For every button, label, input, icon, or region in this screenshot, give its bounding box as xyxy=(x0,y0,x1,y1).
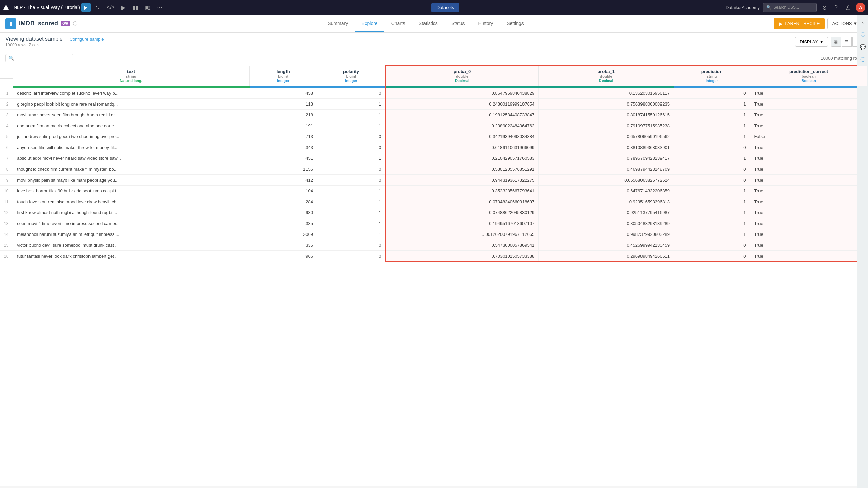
row-num: 11 xyxy=(0,196,13,207)
tab-charts[interactable]: Charts xyxy=(384,16,412,32)
cell-polarity: 0 xyxy=(317,88,386,99)
cell-proba1: 0.2969898494266611 xyxy=(539,251,674,262)
tab-settings[interactable]: Settings xyxy=(500,16,531,32)
user-avatar[interactable]: A xyxy=(856,3,865,12)
svg-marker-0 xyxy=(3,5,9,10)
tab-status[interactable]: Status xyxy=(445,16,472,32)
table-row[interactable]: 12 first know almost noth rugbi although… xyxy=(0,207,868,218)
row-num: 9 xyxy=(0,175,13,186)
cell-text: thought id check film current make film … xyxy=(13,164,250,175)
row-num: 15 xyxy=(0,240,13,251)
activity-icon[interactable]: ⎳ xyxy=(843,2,853,13)
cell-text: touch love stori reminisc mood love draw… xyxy=(13,196,250,207)
row-num: 3 xyxy=(0,110,13,120)
gpr-badge: G/R xyxy=(61,21,70,26)
help-icon[interactable]: ? xyxy=(832,2,841,13)
cell-text: movi physic pain sit mayb like mani peop… xyxy=(13,175,250,186)
cell-prediction: 0 xyxy=(674,251,750,262)
cell-proba0: 0.2089022484064762 xyxy=(386,120,538,131)
settings-icon[interactable]: ⛭ xyxy=(92,2,103,13)
dataset-name: IMDB_scored xyxy=(19,20,58,27)
table-row[interactable]: 15 victor buono devil sure somebodi must… xyxy=(0,240,868,251)
cell-proba1: 0.8050483298139289 xyxy=(539,218,674,229)
th-proba1: proba_1 double Decimal xyxy=(539,66,674,86)
cell-text: first know almost noth rugbi although fo… xyxy=(13,207,250,218)
list-view-icon[interactable]: ☰ xyxy=(842,37,852,47)
code-icon[interactable]: </> xyxy=(104,2,117,13)
table-row[interactable]: 6 anyon see film will notic maker threw … xyxy=(0,142,868,153)
table-row[interactable]: 9 movi physic pain sit mayb like mani pe… xyxy=(0,175,868,186)
toolbar-left: Viewing dataset sample Configure sample … xyxy=(5,36,795,48)
cell-prediction: 1 xyxy=(674,229,750,240)
cell-prediction-correct: True xyxy=(750,99,868,110)
table-row[interactable]: 7 absolut ador movi never heard saw vide… xyxy=(0,153,868,164)
cell-prediction: 1 xyxy=(674,110,750,120)
cell-polarity: 0 xyxy=(317,251,386,262)
more-icon[interactable]: ⋯ xyxy=(154,2,165,13)
row-num: 1 xyxy=(0,88,13,99)
table-row[interactable]: 4 one anim film animatrix collect one ni… xyxy=(0,120,868,131)
tab-statistics[interactable]: Statistics xyxy=(412,16,445,32)
grid-view-icon[interactable]: ▦ xyxy=(831,37,841,47)
cell-polarity: 1 xyxy=(317,99,386,110)
tab-explore[interactable]: Explore xyxy=(355,16,384,32)
cell-prediction: 1 xyxy=(674,196,750,207)
global-search[interactable]: 🔍 Search DSS... xyxy=(763,3,817,12)
row-num: 13 xyxy=(0,218,13,229)
cell-text: melancholi haruhi suzumiya anim left qui… xyxy=(13,229,250,240)
datasets-button[interactable]: Datasets xyxy=(431,3,459,12)
cell-polarity: 1 xyxy=(317,110,386,120)
cell-prediction: 1 xyxy=(674,131,750,142)
app-logo[interactable] xyxy=(3,4,9,11)
play-icon[interactable]: ▶ xyxy=(119,2,128,13)
data-table-container[interactable]: text string Natural lang. length bigint … xyxy=(0,65,868,486)
grid-icon[interactable]: ⊙ xyxy=(820,2,829,13)
tab-history[interactable]: History xyxy=(472,16,500,32)
cell-proba1: 0.6578060590196562 xyxy=(539,131,674,142)
cell-proba0: 0.19812584408733847 xyxy=(386,110,538,120)
cell-prediction-correct: True xyxy=(750,218,868,229)
table-row[interactable]: 11 touch love stori reminisc mood love d… xyxy=(0,196,868,207)
column-search[interactable]: 🔍 xyxy=(5,54,73,62)
table-row[interactable]: 8 thought id check film current make fil… xyxy=(0,164,868,175)
table-row[interactable]: 14 melancholi haruhi suzumiya anim left … xyxy=(0,229,868,240)
cell-prediction-correct: True xyxy=(750,120,868,131)
row-num: 12 xyxy=(0,207,13,218)
cell-prediction: 1 xyxy=(674,186,750,196)
sidebar-expand-icon[interactable]: ‹ xyxy=(858,18,868,27)
sidebar-circle-icon[interactable]: ◯ xyxy=(858,54,868,64)
dataset-icon: ▮ xyxy=(5,18,16,29)
sidebar-chat-icon[interactable]: 💬 xyxy=(858,42,868,52)
sidebar-info-icon[interactable]: ⓘ xyxy=(858,30,868,39)
search-icon: 🔍 xyxy=(766,5,771,10)
table-row[interactable]: 16 futur fantasi never look dark christo… xyxy=(0,251,868,262)
screen-icon[interactable]: ▩ xyxy=(142,2,153,13)
cell-proba0: 0.19495167018607107 xyxy=(386,218,538,229)
search-filter-input[interactable] xyxy=(16,56,70,61)
parent-recipe-button[interactable]: ▶ PARENT RECIPE xyxy=(774,18,825,29)
top-nav: NLP - The Visual Way (Tutorial) ▶ ⛭ </> … xyxy=(0,0,868,15)
table-row[interactable]: 5 juli andrew satir prod goodi two shoe … xyxy=(0,131,868,142)
nav-center: Datasets xyxy=(166,3,724,12)
cell-prediction: 0 xyxy=(674,142,750,153)
deploy-icon[interactable]: ▮▮ xyxy=(130,2,141,13)
th-rownum xyxy=(0,66,13,86)
tab-summary[interactable]: Summary xyxy=(321,16,355,32)
table-row[interactable]: 10 love best horror flick 90 br br edg s… xyxy=(0,186,868,196)
display-button[interactable]: DISPLAY ▼ xyxy=(795,37,828,47)
cell-text: describ larri interview complet suckhol … xyxy=(13,88,250,99)
header-row: text string Natural lang. length bigint … xyxy=(0,66,868,86)
info-circle-icon[interactable]: ⓘ xyxy=(73,21,77,27)
cell-prediction: 1 xyxy=(674,153,750,164)
table-row[interactable]: 13 seen movi 4 time everi time impress s… xyxy=(0,218,868,229)
matching-rows-count: 10000 matching rows xyxy=(821,56,863,61)
cell-prediction-correct: True xyxy=(750,251,868,262)
table-row[interactable]: 3 movi amaz never seen film brought hars… xyxy=(0,110,868,120)
pipeline-icon[interactable]: ▶ xyxy=(81,3,91,12)
nav-tabs: Summary Explore Charts Statistics Status… xyxy=(81,16,770,32)
cell-text: victor buono devil sure somebodi must dr… xyxy=(13,240,250,251)
cell-length: 451 xyxy=(250,153,317,164)
configure-sample-link[interactable]: Configure sample xyxy=(70,37,104,42)
table-row[interactable]: 2 giorgino peopl look bit long one rare … xyxy=(0,99,868,110)
table-row[interactable]: 1 describ larri interview complet suckho… xyxy=(0,88,868,99)
